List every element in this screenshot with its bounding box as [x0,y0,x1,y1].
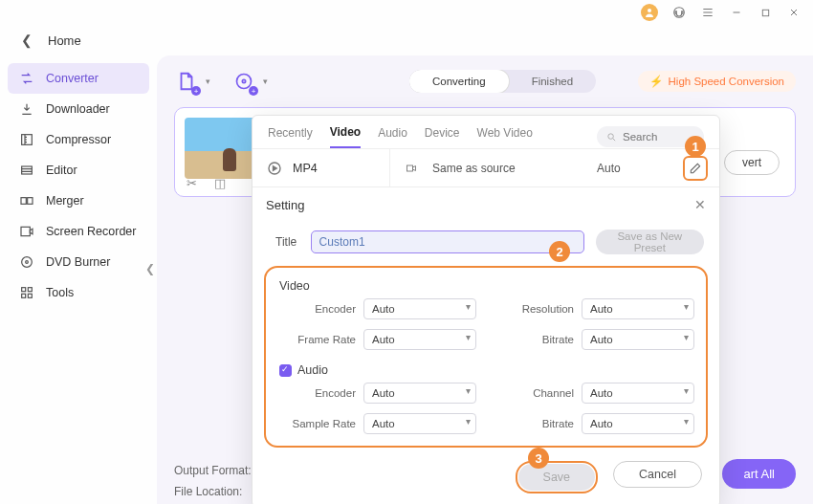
edit-format-button[interactable] [683,156,708,181]
segment-finished[interactable]: Finished [509,70,596,93]
tab-audio[interactable]: Audio [378,126,407,147]
support-icon[interactable] [671,5,687,20]
start-all-button[interactable]: art All [722,459,796,489]
audio-encoder-label: Encoder [287,387,356,399]
compressor-icon [19,132,34,147]
sidebar-item-merger[interactable]: Merger [8,186,149,216]
tab-video[interactable]: Video [330,125,361,148]
plus-icon: + [191,86,201,96]
tab-device[interactable]: Device [425,126,460,147]
video-group-title: Video [279,279,694,293]
menu-icon[interactable] [700,5,715,20]
trim-icon[interactable]: ✂ [187,176,197,190]
bottom-info: Output Format: File Location: [174,456,252,498]
sidebar-item-editor[interactable]: Editor [8,155,149,186]
converter-icon [19,71,34,86]
cancel-button[interactable]: Cancel [613,461,702,488]
format-same-source: Same as source [432,162,516,175]
svg-rect-11 [28,288,32,292]
back-icon[interactable]: ❮ [21,33,33,48]
audio-checkbox[interactable] [279,364,292,377]
title-input[interactable] [311,230,584,253]
high-speed-button[interactable]: ⚡ High Speed Conversion [638,71,796,92]
svg-rect-4 [22,166,33,174]
save-button[interactable]: Save [518,464,596,491]
framerate-label: Frame Rate [287,334,356,345]
callout-2: 2 [549,241,570,262]
sidebar-item-label: Tools [46,286,74,299]
samplerate-label: Sample Rate [287,418,356,429]
save-preset-button[interactable]: Save as New Preset [596,230,704,254]
title-row: Title Save as New Preset [253,222,719,260]
svg-rect-7 [21,227,30,235]
framerate-select[interactable]: Auto [363,329,476,350]
home-label[interactable]: Home [48,33,81,48]
channel-label: Channel [505,387,574,399]
svg-point-8 [22,257,33,268]
svg-rect-2 [762,10,768,15]
editor-icon [19,163,34,178]
audio-encoder-select[interactable]: Auto [363,383,476,404]
sidebar-item-screen-recorder[interactable]: Screen Recorder [8,216,149,247]
video-bitrate-label: Bitrate [505,334,574,345]
tab-recently[interactable]: Recently [268,126,313,147]
encoder-label: Encoder [287,303,356,315]
title-label: Title [275,235,299,249]
video-encoder-select[interactable]: Auto [363,298,476,319]
svg-point-15 [242,79,245,82]
svg-rect-12 [22,294,26,297]
high-speed-label: High Speed Conversion [669,76,784,87]
dvd-icon [19,254,34,270]
dialog-buttons: Save Cancel [253,448,719,504]
minimize-icon[interactable] [729,5,744,20]
output-format-label: Output Format: [174,464,252,477]
audio-group-title: Audio [279,363,694,377]
sidebar-item-label: Compressor [46,133,111,146]
format-row[interactable]: MP4 Same as source Auto [253,148,719,186]
segment-converting[interactable]: Converting [409,70,509,93]
crop-icon[interactable]: ◫ [214,176,226,190]
channel-select[interactable]: Auto [582,383,694,404]
svg-point-0 [648,9,651,12]
sidebar-item-converter[interactable]: Converter [8,63,149,94]
video-bitrate-select[interactable]: Auto [582,329,694,350]
close-setting-icon[interactable]: ✕ [694,197,706,212]
svg-rect-18 [407,165,413,171]
sidebar: Converter Downloader Compressor Editor M… [0,55,157,504]
sidebar-item-label: Editor [46,164,77,177]
sidebar-item-downloader[interactable]: Downloader [8,94,149,124]
user-avatar[interactable] [641,4,658,21]
maximize-icon[interactable] [758,5,773,20]
add-dvd-button[interactable]: + ▾ [231,69,256,94]
sidebar-item-label: Screen Recorder [46,225,137,238]
add-file-button[interactable]: + ▾ [174,69,199,94]
callout-1: 1 [685,136,706,157]
sidebar-item-compressor[interactable]: Compressor [8,124,149,155]
format-name: MP4 [293,162,318,175]
recorder-icon [19,224,34,239]
svg-rect-6 [28,198,33,205]
sidebar-item-tools[interactable]: Tools [8,277,149,308]
tab-web-video[interactable]: Web Video [477,126,533,147]
tools-icon [19,285,34,300]
convert-button[interactable]: vert [724,150,780,175]
resolution-select[interactable]: Auto [582,298,694,319]
chevron-down-icon: ▾ [206,77,210,86]
samplerate-select[interactable]: Auto [363,413,476,434]
downloader-icon [19,101,34,117]
file-location-label: File Location: [174,485,252,498]
sidebar-item-label: DVD Burner [46,255,110,269]
window-titlebar [0,0,813,25]
close-icon[interactable] [786,5,802,20]
sidebar-item-label: Converter [46,72,99,85]
search-input[interactable] [623,131,690,142]
bolt-icon: ⚡ [649,75,663,88]
audio-bitrate-select[interactable]: Auto [582,413,694,434]
sidebar-item-dvd-burner[interactable]: DVD Burner [8,247,149,277]
setting-title: Setting [266,198,304,212]
plus-icon: + [249,86,258,96]
sidebar-collapse-icon[interactable]: ❮ [145,262,155,275]
svg-rect-10 [22,288,26,292]
format-settings-popup: Recently Video Audio Device Web Video MP… [252,115,720,504]
settings-group: Video EncoderAuto ResolutionAuto Frame R… [264,266,708,448]
